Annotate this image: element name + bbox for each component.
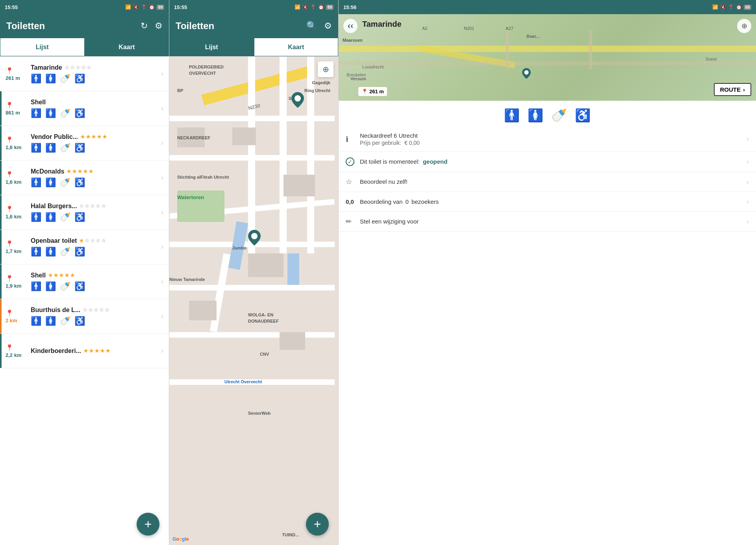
list-item[interactable]: 📍 861 m Shell 🚹 🚺 🍼 ♿ › <box>0 91 169 126</box>
route-button[interactable]: ROUTE › <box>714 83 752 96</box>
item-name: Vendor Public... ★★★★★ <box>31 133 158 140</box>
stars: ★★★★★ <box>83 348 110 354</box>
map-label-cnv: CNV <box>260 352 269 357</box>
wheelchair-icon: ♿ <box>74 212 85 222</box>
status-bar-middle: 15:55 📶 🔇 📍 ⏰ 69 <box>169 0 338 14</box>
chevron-icon: › <box>747 178 749 186</box>
map-pin-tamarinde[interactable] <box>248 230 261 246</box>
chevron-icon: › <box>161 70 163 78</box>
top-bar-middle: Toiletten 🔍 ⚙ <box>169 14 338 38</box>
woman-icon: 🚺 <box>45 108 56 118</box>
chevron-icon: › <box>161 347 163 355</box>
list-wrapper-left: 📍 261 m Tamarinde ☆☆☆☆☆ 🚹 🚺 🍼 ♿ <box>0 57 169 545</box>
address-content: Neckardreef 6 Utrecht Prijs per gebruik:… <box>357 132 747 146</box>
item-distance: 📍 861 m <box>6 102 28 116</box>
map-pin-shell[interactable] <box>291 92 304 108</box>
settings-button-left[interactable]: ⚙ <box>155 21 163 31</box>
list-item[interactable]: 📍 1,6 km Vendor Public... ★★★★★ 🚹 🚺 🍼 <box>0 126 169 161</box>
rate-content: Beoordeel nu zelf! <box>357 178 747 185</box>
item-icons: 🚹 🚺 🍼 ♿ <box>31 177 158 188</box>
stars: ★★★★★ <box>80 134 107 140</box>
item-info: Shell ★★★★★ 🚹 🚺 🍼 ♿ <box>28 272 158 292</box>
woman-icon-detail: 🚺 <box>528 108 543 123</box>
map-container[interactable]: POLDERGEBIED OVERVECHT BP N230 NECKARDRE… <box>169 57 338 545</box>
item-distance: 📍 1,9 km <box>6 275 28 289</box>
list-item[interactable]: 📍 2,2 km Kinderboerderi... ★★★★★ › <box>0 334 169 368</box>
refresh-button[interactable]: ↻ <box>141 21 148 31</box>
chevron-icon: › <box>161 174 163 182</box>
app-title-left: Toiletten <box>6 20 45 31</box>
rating-content: Beoordeling van 0 bezoekers <box>357 198 747 205</box>
chevron-icon: › <box>161 277 163 286</box>
fab-add-button-map[interactable]: + <box>306 513 329 536</box>
signal-icon: 📶 <box>125 4 131 10</box>
suggest-content: Stel een wijziging voor <box>357 218 747 225</box>
list-item[interactable]: 📍 2 km Buurthuis de L... ☆☆☆☆☆ 🚹 🚺 🍼 <box>0 299 169 334</box>
map-label-utrecht: Utrecht Overvecht <box>224 379 262 384</box>
item-icons: 🚹 🚺 🍼 ♿ <box>31 316 158 326</box>
baby-icon: 🍼 <box>60 247 70 257</box>
status-row[interactable]: ✓ Dit toilet is momenteel: geopend › <box>339 152 756 172</box>
item-name: Shell <box>31 99 158 106</box>
tab-list-middle[interactable]: Lijst <box>169 38 254 56</box>
panel-left: 15:55 📶 🔇 📍 ⏰ 69 Toiletten ↻ ⚙ Lijst Kaa… <box>0 0 169 545</box>
time-right: 15:56 <box>343 4 356 10</box>
rating-row[interactable]: 0,0 Beoordeling van 0 bezoekers › <box>339 192 756 212</box>
back-button[interactable]: ‹ ‹ <box>343 19 358 33</box>
pin-icon: 📍 <box>6 309 13 317</box>
baby-icon: 🍼 <box>60 143 70 153</box>
rate-row[interactable]: ☆ Beoordeel nu zelf! › <box>339 172 756 192</box>
list-item[interactable]: 📍 261 m Tamarinde ☆☆☆☆☆ 🚹 🚺 🍼 ♿ <box>0 57 169 91</box>
man-icon: 🚹 <box>31 74 41 84</box>
tab-list-left[interactable]: Lijst <box>0 38 85 56</box>
woman-icon: 🚺 <box>45 212 56 222</box>
list-item[interactable]: 📍 1,7 km Openbaar toilet ★☆☆☆☆ 🚹 🚺 🍼 <box>0 230 169 264</box>
fab-add-button[interactable]: + <box>137 513 159 536</box>
alarm-icon: ⏰ <box>149 4 155 10</box>
pin-icon: 📍 <box>6 275 13 282</box>
detail-map-pin <box>522 68 531 79</box>
list-item[interactable]: 📍 1,9 km Shell ★★★★★ 🚹 🚺 🍼 ♿ <box>0 264 169 299</box>
map-label-donaudreef: DONAUDREEF <box>248 319 279 323</box>
map-label: Stichting alFitrah Utrecht <box>177 175 229 179</box>
item-icons: 🚹 🚺 🍼 ♿ <box>31 108 158 118</box>
google-logo: Google <box>172 536 189 542</box>
search-button[interactable]: 🔍 <box>306 21 317 31</box>
address-row[interactable]: ℹ Neckardreef 6 Utrecht Prijs per gebrui… <box>339 127 756 152</box>
item-name: Shell ★★★★★ <box>31 272 158 279</box>
suggest-row[interactable]: ✏ Stel een wijziging voor › <box>339 212 756 232</box>
svg-point-1 <box>251 233 258 239</box>
locate-button[interactable]: ⊕ <box>318 61 334 77</box>
pin-icon: 📍 <box>6 205 13 213</box>
tab-map-left[interactable]: Kaart <box>85 38 169 56</box>
baby-icon: 🍼 <box>60 177 70 188</box>
settings-button-middle[interactable]: ⚙ <box>324 21 332 31</box>
chevron-icon: › <box>747 198 749 206</box>
man-icon: 🚹 <box>31 316 41 326</box>
battery-badge: 69 <box>157 5 164 10</box>
map-label-wolga: WOLGA- EN <box>248 312 273 317</box>
map-label-gagedijk: Gagedijk <box>312 80 330 85</box>
wheelchair-icon: ♿ <box>74 281 85 292</box>
baby-icon: 🍼 <box>60 281 70 292</box>
back-icon: ‹ <box>348 21 350 31</box>
signal-icon: 📶 <box>295 4 300 10</box>
map-text-soest: Soest <box>706 57 717 61</box>
compass-button[interactable]: ⊕ <box>737 19 751 33</box>
location-icon: 📍 <box>141 4 147 10</box>
map-background: POLDERGEBIED OVERVECHT BP N230 NECKARDRE… <box>169 57 338 545</box>
map-text-breukelen: Breukelen <box>346 72 366 77</box>
baby-icon: 🍼 <box>60 108 70 118</box>
list-item[interactable]: 📍 1,6 km McDonalds ★★★★★ 🚹 🚺 🍼 ♿ <box>0 161 169 195</box>
woman-icon: 🚺 <box>45 316 56 326</box>
status-icons-left: 📶 🔇 📍 ⏰ 69 <box>125 4 164 10</box>
map-label-seniorfeb: SeniorWeb <box>248 411 271 416</box>
mute-icon: 🔇 <box>133 4 139 10</box>
alarm-icon: ⏰ <box>318 4 324 10</box>
map-label: Nieuw Tamarinde <box>169 277 205 282</box>
detail-distance-badge: 📍 261 m <box>358 87 387 96</box>
location-icon: 📍 <box>310 4 316 10</box>
tab-map-middle[interactable]: Kaart <box>254 38 339 56</box>
list-item[interactable]: 📍 1,6 km Halal Burgers... ☆☆☆☆☆ 🚹 🚺 🍼 <box>0 195 169 230</box>
item-distance: 📍 2,2 km <box>6 344 28 358</box>
